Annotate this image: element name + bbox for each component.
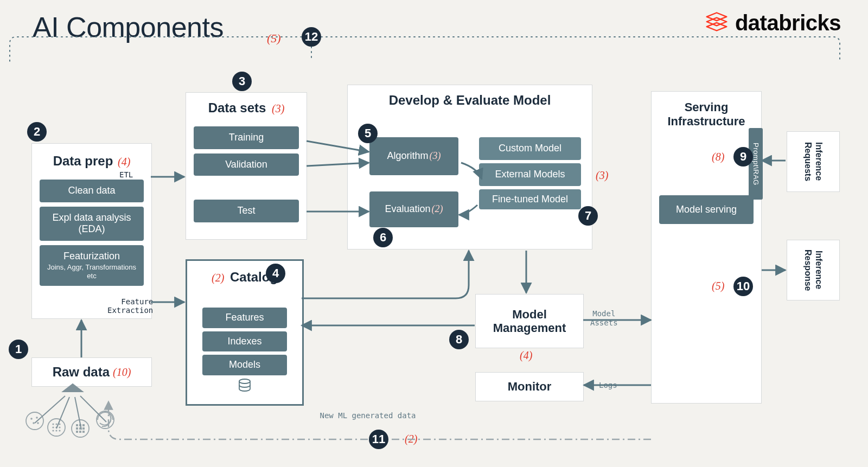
badge-10: 10 xyxy=(733,277,753,296)
pill-training: Training xyxy=(194,126,299,149)
svg-point-27 xyxy=(55,426,57,428)
model-management-count: (4) xyxy=(520,349,532,362)
top-governance-count: (5) xyxy=(267,31,281,46)
badge-6: 6 xyxy=(373,228,393,247)
raw-data-title: Raw data xyxy=(53,364,110,380)
badge-1: 1 xyxy=(9,340,28,359)
svg-rect-33 xyxy=(76,424,78,426)
data-prep-count: (4) xyxy=(118,156,130,168)
data-prep-title: Data prep xyxy=(53,153,113,168)
develop-evaluate-title: Develop & Evaluate Model xyxy=(348,85,592,114)
catalog-count: (2) xyxy=(212,272,224,284)
svg-rect-38 xyxy=(82,427,85,430)
monitor-box: Monitor xyxy=(475,372,584,401)
data-sets-title: Data sets xyxy=(208,100,266,115)
page-title: AI Components xyxy=(33,11,224,43)
svg-point-28 xyxy=(59,426,60,428)
new-ml-data-count: (2) xyxy=(405,433,417,445)
databricks-icon xyxy=(705,10,729,36)
brand-name: databricks xyxy=(735,11,841,35)
svg-point-25 xyxy=(59,423,60,425)
badge-8: 8 xyxy=(449,330,469,349)
raw-data-sources xyxy=(21,381,129,446)
raw-data-count: (10) xyxy=(113,366,131,379)
svg-rect-41 xyxy=(82,431,85,433)
svg-point-23 xyxy=(52,423,54,425)
monitor-title: Monitor xyxy=(508,380,552,394)
database-icon xyxy=(187,379,302,396)
svg-rect-39 xyxy=(76,431,78,433)
pill-validation: Validation xyxy=(194,153,299,176)
data-sets-count: (3) xyxy=(272,103,284,114)
pill-models: Models xyxy=(202,355,287,375)
svg-point-18 xyxy=(30,418,33,420)
badge-5: 5 xyxy=(358,124,378,143)
pill-evaluation: Evaluation(2) xyxy=(369,191,458,227)
pill-custom-model: Custom Model xyxy=(479,137,581,160)
inference-requests-box: Inference Requests xyxy=(787,131,840,192)
pill-external-models: External Models xyxy=(479,163,581,186)
svg-point-29 xyxy=(52,430,54,431)
svg-rect-40 xyxy=(79,431,81,433)
serving-infra-title: Serving Infrastructure xyxy=(652,92,761,136)
svg-rect-34 xyxy=(79,424,81,426)
logs-label: Logs xyxy=(599,381,617,390)
svg-point-24 xyxy=(55,423,57,425)
svg-point-21 xyxy=(37,422,39,424)
badge-4: 4 xyxy=(266,264,285,283)
model-assets-label: Model Assets xyxy=(590,309,618,328)
badge-7: 7 xyxy=(578,206,598,226)
svg-point-31 xyxy=(59,430,60,431)
pill-indexes: Indexes xyxy=(202,331,287,352)
serving-count-9: (8) xyxy=(712,151,724,163)
pill-finetuned-model: Fine-tuned Model xyxy=(479,189,581,209)
svg-point-20 xyxy=(33,422,35,424)
badge-9: 9 xyxy=(733,147,753,167)
external-models-count: (3) xyxy=(596,169,608,182)
inference-response-box: Inference Response xyxy=(787,240,840,300)
badge-11: 11 xyxy=(369,430,388,449)
svg-point-43 xyxy=(239,379,250,383)
svg-point-17 xyxy=(26,412,43,430)
serving-infra-box: Serving Infrastructure Model serving xyxy=(651,91,762,404)
inference-response-label: Inference Response xyxy=(802,240,824,300)
pill-test: Test xyxy=(194,200,299,222)
feature-extraction-label: Feature Extraction xyxy=(107,297,153,315)
inference-requests-label: Inference Requests xyxy=(802,132,824,191)
badge-2: 2 xyxy=(27,122,47,142)
pill-featurization: Featurization Joins, Aggr, Transformatio… xyxy=(40,245,144,286)
serving-count-10: (5) xyxy=(712,280,724,292)
pill-clean-data: Clean data xyxy=(40,180,144,202)
data-prep-box: Data prep (4) Clean data Expl data analy… xyxy=(31,143,152,319)
pill-model-serving: Model serving xyxy=(659,195,754,225)
etl-label: ETL xyxy=(119,170,133,179)
svg-rect-35 xyxy=(82,424,85,426)
pill-eda: Expl data analysis (EDA) xyxy=(40,207,144,241)
new-ml-data-label: New ML generated data xyxy=(319,411,417,420)
svg-point-26 xyxy=(52,426,54,428)
pill-algorithm: Algorithm(3) xyxy=(369,137,458,175)
svg-point-19 xyxy=(36,417,38,419)
pill-features: Features xyxy=(202,308,287,328)
svg-rect-36 xyxy=(76,427,78,430)
model-management-box: Model Management xyxy=(475,294,584,348)
badge-3: 3 xyxy=(232,72,252,91)
badge-12: 12 xyxy=(302,27,321,47)
prompt-rag-tab: Prompt\RAG xyxy=(749,128,763,200)
model-management-title: Model Management xyxy=(476,308,583,335)
develop-evaluate-box: Develop & Evaluate Model Algorithm(3) Ev… xyxy=(347,85,592,250)
svg-point-30 xyxy=(55,430,57,431)
brand-logo: databricks xyxy=(705,10,841,36)
catalog-box: (2) Catalog Features Indexes Models xyxy=(186,259,304,406)
data-sets-box: Data sets (3) Training Validation Test xyxy=(186,92,307,240)
svg-rect-37 xyxy=(79,427,81,430)
